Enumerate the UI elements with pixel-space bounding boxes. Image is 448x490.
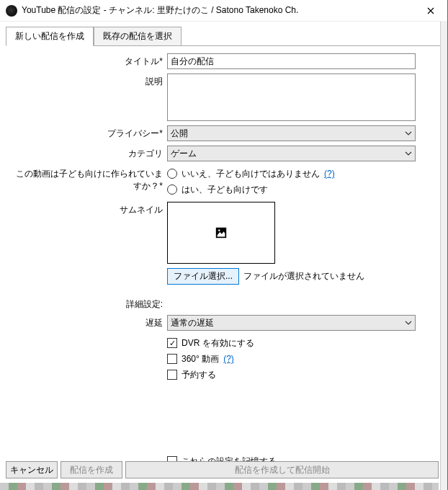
choose-file-button[interactable]: ファイル選択... xyxy=(167,268,239,285)
latency-label: 遅延 xyxy=(10,315,167,329)
privacy-selected-value: 公開 xyxy=(171,128,188,140)
create-broadcast-button[interactable]: 配信を作成 xyxy=(61,461,122,478)
title-label: タイトル* xyxy=(10,53,167,68)
image-placeholder-icon xyxy=(215,226,228,239)
thumbnail-label: サムネイル xyxy=(10,202,167,216)
button-bar: キャンセル 配信を作成 配信を作成して配信開始 xyxy=(6,461,439,478)
thumbnail-preview xyxy=(167,202,275,264)
radio-not-kids-label: いいえ、子ども向けではありません xyxy=(182,168,320,180)
dialog-body: 新しい配信を作成 既存の配信を選択 タイトル* 説明 プライバシー* 公開 カテ… xyxy=(0,22,447,469)
radio-icon xyxy=(167,169,177,179)
chevron-down-icon xyxy=(405,150,412,157)
chevron-down-icon xyxy=(405,130,412,137)
radio-kids[interactable]: はい、子ども向けです xyxy=(167,182,268,197)
title-bar: YouTube 配信の設定 - チャンネル: 里野たけのこ / Satono T… xyxy=(0,0,447,22)
category-selected-value: ゲーム xyxy=(171,148,197,160)
help-link-360[interactable]: (?) xyxy=(223,354,234,364)
help-link-kids[interactable]: (?) xyxy=(324,169,335,179)
dvr-checkbox[interactable]: DVR を有効にする xyxy=(167,335,254,351)
obs-icon xyxy=(6,5,17,17)
v360-checkbox[interactable]: 360° 動画 (?) xyxy=(167,351,234,367)
category-select[interactable]: ゲーム xyxy=(167,146,416,161)
tab-existing-broadcast[interactable]: 既存の配信を選択 xyxy=(94,27,182,46)
kids-question-label: この動画は子ども向けに作られていますか？* xyxy=(10,166,167,192)
tab-new-label: 新しい配信を作成 xyxy=(15,31,84,41)
form: タイトル* 説明 プライバシー* 公開 カテゴリ ゲーム xyxy=(6,50,442,469)
tabs: 新しい配信を作成 既存の配信を選択 xyxy=(6,26,442,46)
svg-point-1 xyxy=(218,230,220,232)
file-chosen-text: ファイルが選択されていません xyxy=(243,270,364,282)
checkbox-icon xyxy=(167,338,177,348)
category-label: カテゴリ xyxy=(10,146,167,160)
latency-select[interactable]: 通常の遅延 xyxy=(167,315,416,331)
latency-selected-value: 通常の遅延 xyxy=(171,317,214,329)
checkbox-icon xyxy=(167,354,177,364)
tab-new-broadcast[interactable]: 新しい配信を作成 xyxy=(6,27,94,46)
radio-not-kids[interactable]: いいえ、子ども向けではありません (?) xyxy=(167,166,335,182)
privacy-select[interactable]: 公開 xyxy=(167,125,416,141)
privacy-label: プライバシー* xyxy=(10,125,167,140)
cancel-button[interactable]: キャンセル xyxy=(6,461,58,478)
background-strip xyxy=(0,483,439,490)
advanced-label: 詳細設定: xyxy=(10,296,167,311)
description-label: 説明 xyxy=(10,74,167,88)
schedule-label: 予約する xyxy=(182,369,216,381)
radio-icon xyxy=(167,184,177,195)
description-input[interactable] xyxy=(167,74,416,121)
title-input[interactable] xyxy=(167,53,416,69)
v360-label: 360° 動画 xyxy=(182,353,219,365)
radio-kids-label: はい、子ども向けです xyxy=(182,184,268,196)
schedule-checkbox[interactable]: 予約する xyxy=(167,367,216,383)
checkbox-icon xyxy=(167,370,177,380)
create-and-start-button[interactable]: 配信を作成して配信開始 xyxy=(125,461,439,478)
scrollbar-hint xyxy=(440,22,447,490)
tab-existing-label: 既存の配信を選択 xyxy=(103,31,172,41)
chevron-down-icon xyxy=(405,319,412,326)
dvr-label: DVR を有効にする xyxy=(182,337,254,349)
close-button[interactable] xyxy=(414,0,447,22)
window-title: YouTube 配信の設定 - チャンネル: 里野たけのこ / Satono T… xyxy=(22,4,414,17)
close-icon xyxy=(427,7,434,14)
